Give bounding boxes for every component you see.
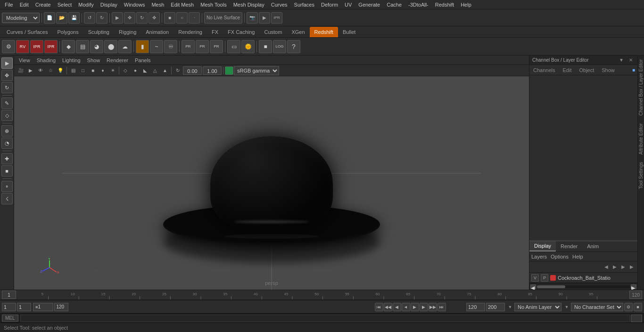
channel-tab-show[interactable]: Show xyxy=(598,65,619,75)
vp-menu-renderer[interactable]: Renderer xyxy=(104,57,131,64)
menu-surfaces[interactable]: Surfaces xyxy=(291,1,317,8)
transform-tool-btn[interactable]: ✥ xyxy=(1,70,13,81)
paint-tool-btn[interactable]: ✎ xyxy=(1,97,13,109)
rotate-tool-btn[interactable]: ↻ xyxy=(1,82,13,93)
save-file-btn[interactable]: 💾 xyxy=(68,12,80,24)
menu-generate[interactable]: Generate xyxy=(355,1,383,8)
layer-type-btn[interactable]: P xyxy=(541,274,548,282)
channel-tab-object[interactable]: Object xyxy=(575,65,598,75)
vp-obj-icon[interactable]: ◣ xyxy=(140,66,150,75)
mode-dropdown[interactable]: Modeling xyxy=(2,13,40,23)
layer-settings-icon[interactable]: ▶ xyxy=(628,263,636,271)
menu-deform[interactable]: Deform xyxy=(318,1,341,8)
vp-light2-icon[interactable]: ☀ xyxy=(108,66,117,75)
go-start-btn[interactable]: ⏮ xyxy=(375,303,383,311)
shelf-bowl-icon[interactable]: ▭ xyxy=(227,40,240,53)
shelf-drop-icon[interactable]: ◕ xyxy=(90,40,103,53)
shelf-wave-icon[interactable]: ~ xyxy=(150,40,163,53)
layers-menu-help[interactable]: Help xyxy=(572,254,583,259)
vp-menu-lighting[interactable]: Lighting xyxy=(59,57,83,64)
vp-eye-icon[interactable]: 👁 xyxy=(36,66,45,75)
no-live-surface-btn[interactable]: No Live Surface xyxy=(204,12,242,24)
start-frame-input[interactable] xyxy=(2,303,16,311)
channel-pin-icon[interactable]: ▼ xyxy=(618,57,625,64)
menu-3dto[interactable]: -3DtoAll- xyxy=(405,1,431,8)
vp-snap-icon[interactable]: ☆ xyxy=(46,66,55,75)
scroll-left-btn[interactable]: ◀ xyxy=(530,284,536,289)
menu-mesh-display[interactable]: Mesh Display xyxy=(231,1,267,8)
tab-rendering[interactable]: Rendering xyxy=(173,27,207,37)
snap-grid-btn[interactable]: ■ xyxy=(164,12,175,24)
menu-curves[interactable]: Curves xyxy=(268,1,290,8)
vp-refresh-icon[interactable]: ↻ xyxy=(173,66,182,75)
vp-poly-icon[interactable]: △ xyxy=(150,66,160,75)
move-pivot-btn[interactable]: ■ xyxy=(1,165,13,177)
right-tab-tool-settings[interactable]: Tool Settings xyxy=(637,158,644,193)
tab-curves-surfaces[interactable]: Curves / Surfaces xyxy=(2,27,52,37)
pivot-tool-btn[interactable]: ⊕ xyxy=(1,125,13,137)
playback-end-input[interactable] xyxy=(55,303,68,311)
artisan-tool-btn[interactable]: ⚬ xyxy=(1,181,13,192)
redo-btn[interactable]: ↻ xyxy=(96,12,107,24)
shelf-pr3-icon[interactable]: PR xyxy=(210,40,223,53)
viewport-3d[interactable]: X Y Z persp xyxy=(14,76,529,290)
open-file-btn[interactable]: 📂 xyxy=(56,12,67,24)
select-btn[interactable]: ▶ xyxy=(112,12,123,24)
tab-xgen[interactable]: XGen xyxy=(287,27,309,37)
menu-modify[interactable]: Modify xyxy=(75,1,96,8)
menu-redshift[interactable]: Redshift xyxy=(432,1,457,8)
curr-frame-input[interactable] xyxy=(17,303,31,311)
command-input[interactable] xyxy=(20,315,630,322)
layer-vis-btn[interactable]: V xyxy=(531,274,539,282)
tab-fx[interactable]: FX xyxy=(207,27,223,37)
shelf-log-icon[interactable]: LOG xyxy=(273,40,286,53)
tab-bullet[interactable]: Bullet xyxy=(338,27,361,37)
menu-windows[interactable]: Windows xyxy=(121,1,148,8)
new-file-btn[interactable]: 📄 xyxy=(44,12,55,24)
layer-add-sel-icon[interactable]: ▶ xyxy=(611,263,619,271)
ch-tab-render[interactable]: Render xyxy=(556,241,582,251)
color-space-badge[interactable] xyxy=(225,66,233,75)
shelf-sphere-icon[interactable]: ⬤ xyxy=(104,40,117,53)
channel-color-icon[interactable]: ■ xyxy=(630,66,637,74)
menu-create[interactable]: Create xyxy=(33,1,54,8)
vp-texture-icon[interactable]: ♦ xyxy=(98,66,107,75)
vp-grid-toggle-icon[interactable]: ▤ xyxy=(68,66,78,75)
layer-add-icon[interactable]: ◀ xyxy=(603,263,610,271)
camera-btn[interactable]: 📷 xyxy=(247,12,258,24)
shelf-cube-icon[interactable]: ▮ xyxy=(136,40,149,53)
snap-curve-btn[interactable]: ○ xyxy=(176,12,188,24)
vp-vert-icon[interactable]: ▲ xyxy=(160,66,170,75)
play-fwd-btn[interactable]: ▶ xyxy=(411,303,419,311)
out-frame-input[interactable] xyxy=(486,303,505,311)
layer-del-icon[interactable]: ▶ xyxy=(619,263,627,271)
shelf-cloud-icon[interactable]: ☁ xyxy=(118,40,132,53)
timeline-slider[interactable]: 5 10 15 20 25 30 35 40 45 xyxy=(18,290,627,300)
prev-key-btn[interactable]: ◀◀ xyxy=(384,303,392,311)
select-tool-btn[interactable]: ▶ xyxy=(1,57,13,69)
tab-redshift[interactable]: Redshift xyxy=(310,27,338,37)
channel-close-icon[interactable]: ✕ xyxy=(627,57,635,64)
vp-menu-show[interactable]: Show xyxy=(84,57,103,64)
play-back-btn[interactable]: ◄ xyxy=(402,303,410,311)
shelf-knot-icon[interactable]: ♾ xyxy=(164,40,177,53)
channel-tab-channels[interactable]: Channels xyxy=(529,65,559,75)
menu-cache[interactable]: Cache xyxy=(384,1,405,8)
tab-rigging[interactable]: Rigging xyxy=(114,27,141,37)
gamma-select[interactable]: sRGB gamma xyxy=(234,66,279,75)
shelf-rv-icon[interactable]: RV xyxy=(16,40,29,53)
scroll-thumb[interactable] xyxy=(537,285,565,288)
ipr-btn[interactable]: IPR xyxy=(271,12,282,24)
vp-menu-view[interactable]: View xyxy=(16,57,33,64)
menu-file[interactable]: File xyxy=(2,1,16,8)
playback-start-input[interactable] xyxy=(38,303,51,311)
tab-fx-caching[interactable]: FX Caching xyxy=(223,27,259,37)
channel-tab-edit[interactable]: Edit xyxy=(559,65,575,75)
anim-prefs-btn[interactable]: ■ xyxy=(634,303,642,311)
vp-light-icon[interactable]: 💡 xyxy=(56,66,65,75)
ops-tool-btn[interactable]: ✚ xyxy=(1,153,13,164)
mel-btn[interactable]: MEL xyxy=(2,315,18,322)
shelf-help-icon[interactable]: ? xyxy=(287,40,300,53)
shelf-pr2-icon[interactable]: PR xyxy=(196,40,209,53)
render-btn[interactable]: ▶ xyxy=(259,12,270,24)
